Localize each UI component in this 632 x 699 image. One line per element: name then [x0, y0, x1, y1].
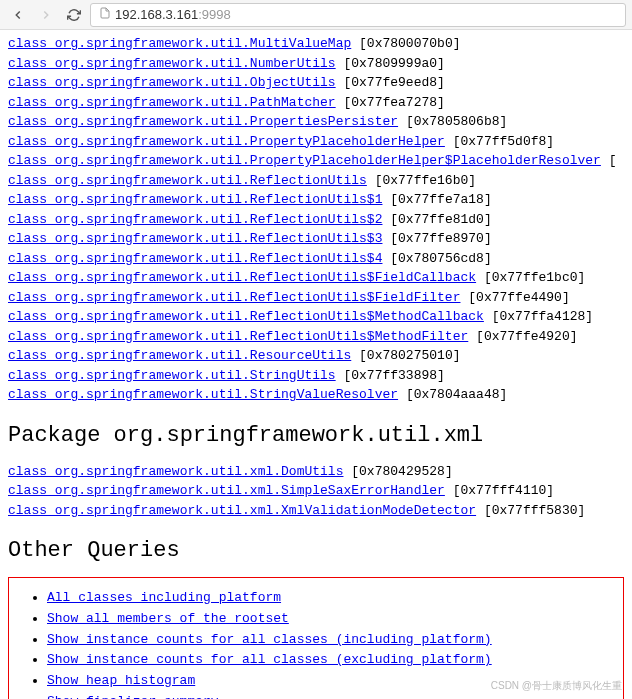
class-link[interactable]: class org.springframework.util.Reflectio…	[8, 251, 382, 266]
url-text: 192.168.3.161:9998	[115, 7, 231, 22]
class-line: class org.springframework.util.PropertyP…	[8, 151, 624, 171]
class-line: class org.springframework.util.xml.Simpl…	[8, 481, 624, 501]
class-address: [0x780275010]	[351, 348, 460, 363]
class-link[interactable]: class org.springframework.util.Reflectio…	[8, 173, 367, 188]
class-line: class org.springframework.util.ResourceU…	[8, 346, 624, 366]
class-link[interactable]: class org.springframework.util.Propertie…	[8, 114, 398, 129]
page-icon	[99, 7, 111, 23]
class-address: [	[601, 153, 617, 168]
xml-class-list: class org.springframework.util.xml.DomUt…	[8, 462, 624, 521]
class-address: [0x77ff5d0f8]	[445, 134, 554, 149]
class-address: [0x7805806b8]	[398, 114, 507, 129]
class-address: [0x7800070b0]	[351, 36, 460, 51]
class-link[interactable]: class org.springframework.util.Reflectio…	[8, 329, 468, 344]
class-line: class org.springframework.util.MultiValu…	[8, 34, 624, 54]
class-link[interactable]: class org.springframework.util.PropertyP…	[8, 134, 445, 149]
class-line: class org.springframework.util.Reflectio…	[8, 327, 624, 347]
class-line: class org.springframework.util.StringVal…	[8, 385, 624, 405]
class-line: class org.springframework.util.Reflectio…	[8, 249, 624, 269]
class-link[interactable]: class org.springframework.util.Reflectio…	[8, 231, 382, 246]
class-link[interactable]: class org.springframework.util.ResourceU…	[8, 348, 351, 363]
class-link[interactable]: class org.springframework.util.Reflectio…	[8, 192, 382, 207]
class-link[interactable]: class org.springframework.util.ObjectUti…	[8, 75, 336, 90]
other-queries-heading: Other Queries	[8, 538, 624, 563]
query-item: Show all members of the rootset	[47, 609, 609, 630]
class-line: class org.springframework.util.NumberUti…	[8, 54, 624, 74]
class-address: [0x77ffe16b0]	[367, 173, 476, 188]
class-link[interactable]: class org.springframework.util.xml.XmlVa…	[8, 503, 476, 518]
browser-toolbar: 192.168.3.161:9998	[0, 0, 632, 30]
class-line: class org.springframework.util.Propertie…	[8, 112, 624, 132]
class-address: [0x77fe9eed8]	[336, 75, 445, 90]
class-link[interactable]: class org.springframework.util.Reflectio…	[8, 309, 484, 324]
class-line: class org.springframework.util.xml.XmlVa…	[8, 501, 624, 521]
class-line: class org.springframework.util.Reflectio…	[8, 210, 624, 230]
class-address: [0x77ffe81d0]	[382, 212, 491, 227]
query-link[interactable]: Show heap histogram	[47, 673, 195, 688]
class-line: class org.springframework.util.Reflectio…	[8, 288, 624, 308]
class-link[interactable]: class org.springframework.util.StringVal…	[8, 387, 398, 402]
class-link[interactable]: class org.springframework.util.Reflectio…	[8, 270, 476, 285]
class-line: class org.springframework.util.StringUti…	[8, 366, 624, 386]
class-address: [0x77fff4110]	[445, 483, 554, 498]
query-link[interactable]: Show finalizer summary	[47, 694, 219, 699]
class-address: [0x780756cd8]	[382, 251, 491, 266]
class-link[interactable]: class org.springframework.util.Reflectio…	[8, 290, 460, 305]
class-line: class org.springframework.util.PropertyP…	[8, 132, 624, 152]
class-line: class org.springframework.util.Reflectio…	[8, 190, 624, 210]
class-link[interactable]: class org.springframework.util.PathMatch…	[8, 95, 336, 110]
class-address: [0x77ffe1bc0]	[476, 270, 585, 285]
watermark: CSDN @骨士康质博风化生重	[491, 679, 622, 693]
query-item: All classes including platform	[47, 588, 609, 609]
class-list: class org.springframework.util.MultiValu…	[8, 34, 624, 405]
class-link[interactable]: class org.springframework.util.Reflectio…	[8, 212, 382, 227]
class-address: [0x7804aaa48]	[398, 387, 507, 402]
class-address: [0x77ffe7a18]	[382, 192, 491, 207]
class-line: class org.springframework.util.PathMatch…	[8, 93, 624, 113]
class-address: [0x77fea7278]	[336, 95, 445, 110]
query-link[interactable]: Show all members of the rootset	[47, 611, 289, 626]
class-link[interactable]: class org.springframework.util.MultiValu…	[8, 36, 351, 51]
class-link[interactable]: class org.springframework.util.PropertyP…	[8, 153, 601, 168]
address-bar[interactable]: 192.168.3.161:9998	[90, 3, 626, 27]
class-address: [0x77ffe4920]	[468, 329, 577, 344]
class-address: [0x77ffe8970]	[382, 231, 491, 246]
query-item: Show instance counts for all classes (in…	[47, 630, 609, 651]
package-heading: Package org.springframework.util.xml	[8, 423, 624, 448]
class-link[interactable]: class org.springframework.util.xml.Simpl…	[8, 483, 445, 498]
class-address: [0x780429528]	[343, 464, 452, 479]
query-item: Show instance counts for all classes (ex…	[47, 650, 609, 671]
class-link[interactable]: class org.springframework.util.StringUti…	[8, 368, 336, 383]
class-line: class org.springframework.util.Reflectio…	[8, 229, 624, 249]
class-link[interactable]: class org.springframework.util.xml.DomUt…	[8, 464, 343, 479]
class-address: [0x77ff33898]	[336, 368, 445, 383]
class-line: class org.springframework.util.ObjectUti…	[8, 73, 624, 93]
class-address: [0x77ffe4490]	[460, 290, 569, 305]
reload-button[interactable]	[62, 3, 86, 27]
class-link[interactable]: class org.springframework.util.NumberUti…	[8, 56, 336, 71]
query-link[interactable]: Show instance counts for all classes (ex…	[47, 652, 492, 667]
query-link[interactable]: All classes including platform	[47, 590, 281, 605]
back-button[interactable]	[6, 3, 30, 27]
class-address: [0x77fff5830]	[476, 503, 585, 518]
class-line: class org.springframework.util.xml.DomUt…	[8, 462, 624, 482]
class-line: class org.springframework.util.Reflectio…	[8, 171, 624, 191]
class-address: [0x77ffa4128]	[484, 309, 593, 324]
class-address: [0x7809999a0]	[336, 56, 445, 71]
query-link[interactable]: Show instance counts for all classes (in…	[47, 632, 492, 647]
forward-button[interactable]	[34, 3, 58, 27]
query-item: Show finalizer summary	[47, 692, 609, 699]
page-content: class org.springframework.util.MultiValu…	[0, 30, 632, 699]
class-line: class org.springframework.util.Reflectio…	[8, 268, 624, 288]
class-line: class org.springframework.util.Reflectio…	[8, 307, 624, 327]
